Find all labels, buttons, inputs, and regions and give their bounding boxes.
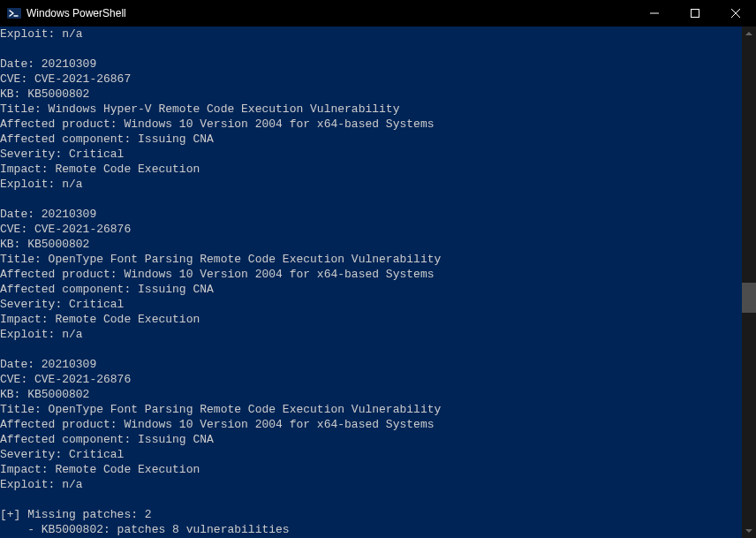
terminal-line: Exploit: n/a [0, 477, 742, 492]
terminal-line: Affected product: Windows 10 Version 200… [0, 117, 742, 132]
terminal-line: Exploit: n/a [0, 27, 742, 42]
terminal-line: [+] Missing patches: 2 [0, 507, 742, 522]
terminal-line [0, 492, 742, 507]
terminal-line: Affected product: Windows 10 Version 200… [0, 417, 742, 432]
terminal-line [0, 342, 742, 357]
terminal-line: KB: KB5000802 [0, 387, 742, 402]
terminal-line: Title: OpenType Font Parsing Remote Code… [0, 402, 742, 417]
terminal-line: CVE: CVE-2021-26867 [0, 72, 742, 87]
terminal-line: CVE: CVE-2021-26876 [0, 372, 742, 387]
scroll-track[interactable] [742, 41, 756, 524]
terminal-line: CVE: CVE-2021-26876 [0, 222, 742, 237]
titlebar-left: Windows PowerShell [0, 6, 126, 20]
terminal-line: Impact: Remote Code Execution [0, 162, 742, 177]
close-button[interactable] [715, 0, 756, 27]
svg-rect-0 [7, 8, 21, 19]
terminal-line: Affected component: Issuing CNA [0, 282, 742, 297]
terminal-line: Exploit: n/a [0, 177, 742, 192]
window-title: Windows PowerShell [26, 7, 126, 19]
terminal-line: Affected component: Issuing CNA [0, 132, 742, 147]
terminal-line: Date: 20210309 [0, 357, 742, 372]
terminal-line: - KB5000802: patches 8 vulnerabilities [0, 522, 742, 537]
window-controls [634, 0, 756, 27]
terminal-line: Date: 20210309 [0, 207, 742, 222]
terminal-line: Affected component: Issuing CNA [0, 432, 742, 447]
svg-rect-3 [692, 10, 699, 18]
terminal-line: Affected product: Windows 10 Version 200… [0, 267, 742, 282]
terminal-line: Severity: Critical [0, 147, 742, 162]
content-wrapper: Exploit: n/a Date: 20210309CVE: CVE-2021… [0, 27, 756, 538]
vertical-scrollbar[interactable] [742, 27, 756, 538]
terminal-line: Title: OpenType Font Parsing Remote Code… [0, 252, 742, 267]
terminal-line [0, 42, 742, 57]
terminal-line: Exploit: n/a [0, 327, 742, 342]
scroll-down-button[interactable] [742, 524, 756, 538]
powershell-icon [7, 6, 21, 20]
terminal-line: Severity: Critical [0, 297, 742, 312]
terminal-line [0, 192, 742, 207]
maximize-button[interactable] [675, 0, 715, 27]
scroll-up-button[interactable] [742, 27, 756, 41]
terminal-line: Title: Windows Hyper-V Remote Code Execu… [0, 102, 742, 117]
window-titlebar: Windows PowerShell [0, 0, 756, 27]
terminal-line: KB: KB5000802 [0, 237, 742, 252]
terminal-line: Impact: Remote Code Execution [0, 312, 742, 327]
terminal-line: KB: KB5000802 [0, 87, 742, 102]
terminal-line: Severity: Critical [0, 447, 742, 462]
scroll-thumb[interactable] [742, 283, 756, 313]
terminal-output[interactable]: Exploit: n/a Date: 20210309CVE: CVE-2021… [0, 27, 742, 538]
minimize-button[interactable] [634, 0, 675, 27]
terminal-line: Date: 20210309 [0, 57, 742, 72]
terminal-line: Impact: Remote Code Execution [0, 462, 742, 477]
